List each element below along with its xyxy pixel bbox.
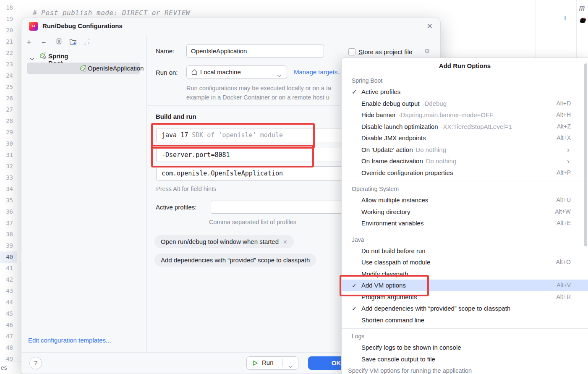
run-on-description-line2: example in a Docker Container or on a re… xyxy=(186,94,329,101)
help-button[interactable]: ? xyxy=(29,357,42,369)
menu-item[interactable]: Allow multiple instancesAlt+U xyxy=(342,194,588,206)
dialog-title: Run/Debug Configurations xyxy=(42,22,123,29)
menu-item-label: Override configuration properties xyxy=(361,169,453,176)
menu-divider xyxy=(342,181,588,181)
editor-bottom-line xyxy=(0,361,21,361)
line-number: 49 xyxy=(0,353,17,365)
menu-divider xyxy=(342,328,588,329)
menu-divider xyxy=(342,232,588,232)
gear-icon[interactable]: ⚙ xyxy=(424,47,430,55)
menu-item[interactable]: Shorten command line xyxy=(342,314,588,326)
dialog-titlebar: IJ Run/Debug Configurations ✕ xyxy=(21,18,440,35)
menu-item-label: Enable debug output xyxy=(361,100,419,107)
play-icon xyxy=(253,360,258,368)
line-number: 33 xyxy=(0,172,17,183)
menu-item-shortcut: Alt+P xyxy=(557,167,571,179)
menu-item-shortcut: Alt+V xyxy=(557,280,571,291)
menu-item-label: Shorten command line xyxy=(361,316,424,324)
line-number: 48 xyxy=(0,342,17,353)
close-icon[interactable]: ✕ xyxy=(427,22,433,31)
line-number: 24 xyxy=(0,70,17,81)
main-class-field[interactable]: com.openisle.OpenIsleApplication xyxy=(156,166,346,180)
line-number: 26 xyxy=(0,93,17,104)
menu-item[interactable]: ✓Active profiles xyxy=(342,86,588,98)
menu-item[interactable]: ✓Add dependencies with “provided” scope … xyxy=(342,303,588,314)
sort-alphabetically-icon[interactable]: ↓az xyxy=(84,39,92,46)
line-number: 19 xyxy=(0,13,17,25)
remove-icon[interactable]: − xyxy=(39,38,48,47)
profiles-hint-text: Comma separated list of profiles xyxy=(209,219,296,225)
menu-item-label: Working directory xyxy=(361,208,410,215)
line-number: 46 xyxy=(0,319,17,331)
menu-item[interactable]: Do not build before run xyxy=(342,245,588,257)
popup-menu: Spring Boot✓Active profilesEnable debug … xyxy=(342,75,588,365)
line-number: 44 xyxy=(0,297,17,308)
editor-gutter: 1819202122232425262728293031323334353637… xyxy=(0,2,17,365)
line-number: 41 xyxy=(0,263,17,274)
field-hint-text: Press Alt for field hints xyxy=(156,186,216,192)
tag-label: Add dependencies with “provided” scope t… xyxy=(161,256,310,264)
add-icon[interactable]: + xyxy=(25,38,33,47)
line-number: 32 xyxy=(0,161,17,172)
code-partial-text: m xyxy=(579,3,585,13)
chevron-down-icon[interactable] xyxy=(30,55,34,62)
menu-item-shortcut: Alt+D xyxy=(556,98,571,110)
new-folder-icon[interactable] xyxy=(69,38,77,47)
menu-item[interactable]: Save console output to file xyxy=(342,353,588,365)
menu-item[interactable]: Disable launch optimization-XX:TieredSto… xyxy=(342,121,588,133)
menu-item-label: On 'Update' action xyxy=(361,146,413,153)
menu-item[interactable]: Disable JMX endpointsAlt+X xyxy=(342,132,588,144)
button-separator xyxy=(282,359,283,367)
line-number: 18 xyxy=(0,2,17,13)
line-number: 38 xyxy=(0,229,17,240)
code-comment-line: # Post publish mode: DIRECT or REVIEW xyxy=(33,9,190,17)
menu-item[interactable]: Hide banner-Dspring.main.banner-mode=OFF… xyxy=(342,109,588,121)
name-input[interactable]: OpenIsleApplication xyxy=(186,44,324,58)
menu-section-title: Java xyxy=(342,234,588,245)
active-profiles-input[interactable] xyxy=(211,201,349,214)
menu-item[interactable]: Working directoryAlt+W xyxy=(342,206,588,218)
menu-item-label: Save console output to file xyxy=(361,356,435,363)
annotation-box-vm-options-field xyxy=(151,145,314,167)
menu-item[interactable]: On 'Update' actionDo nothing› xyxy=(342,144,588,156)
run-button[interactable]: Run xyxy=(246,356,298,370)
menu-item-shortcut: Alt+X xyxy=(557,132,571,144)
edit-configuration-templates-link[interactable]: Edit configuration templates... xyxy=(28,337,111,344)
menu-item-label: On frame deactivation xyxy=(361,157,423,165)
line-number: 27 xyxy=(0,104,17,115)
menu-item[interactable]: Environment variablesAlt+E xyxy=(342,217,588,229)
menu-item[interactable]: Enable debug output-DdebugAlt+D xyxy=(342,98,588,110)
tree-item-label: OpenIsleApplication xyxy=(88,65,144,72)
menu-item[interactable]: Use classpath of moduleAlt+O xyxy=(342,256,588,268)
configurations-toolbar: + − ↓az xyxy=(25,37,92,47)
menu-item-label: Active profiles xyxy=(361,88,400,95)
chevron-down-icon[interactable] xyxy=(288,362,293,370)
line-number: 23 xyxy=(0,59,17,70)
line-number: 36 xyxy=(0,206,17,217)
line-number: 30 xyxy=(0,138,17,149)
run-on-select[interactable]: Local machine xyxy=(186,65,287,79)
line-number: 20 xyxy=(0,25,17,36)
menu-item-label: Allow multiple instances xyxy=(361,196,428,204)
menu-item[interactable]: Override configuration propertiesAlt+P xyxy=(342,167,588,179)
menu-section-title: Logs xyxy=(342,331,588,342)
line-number: 22 xyxy=(0,47,17,59)
copy-icon[interactable] xyxy=(54,38,63,47)
menu-item-shortcut: Alt+H xyxy=(556,109,571,121)
tag-open-run-tool-window[interactable]: Open run/debug tool window when started✕ xyxy=(154,235,294,248)
menu-item-shortcut: Alt+W xyxy=(555,206,571,218)
line-number: 45 xyxy=(0,308,17,319)
scrollbar[interactable] xyxy=(584,63,587,246)
run-button-label: Run xyxy=(262,359,274,366)
close-icon[interactable]: ✕ xyxy=(283,239,287,245)
line-number: 40 xyxy=(0,251,17,263)
tag-add-provided-dependencies[interactable]: Add dependencies with “provided” scope t… xyxy=(154,254,316,267)
tree-item-openisleapplication[interactable]: OpenIsleApplication xyxy=(27,63,140,74)
manage-targets-link[interactable]: Manage targets... xyxy=(294,68,343,76)
store-as-project-file-checkbox[interactable] xyxy=(348,48,355,55)
spring-boot-icon xyxy=(79,65,86,73)
menu-item[interactable]: On frame deactivationDo nothing› xyxy=(342,155,588,167)
line-number: 34 xyxy=(0,183,17,195)
menu-item[interactable]: Specify logs to be shown in console xyxy=(342,342,588,353)
popup-title: Add Run Options xyxy=(342,62,588,69)
